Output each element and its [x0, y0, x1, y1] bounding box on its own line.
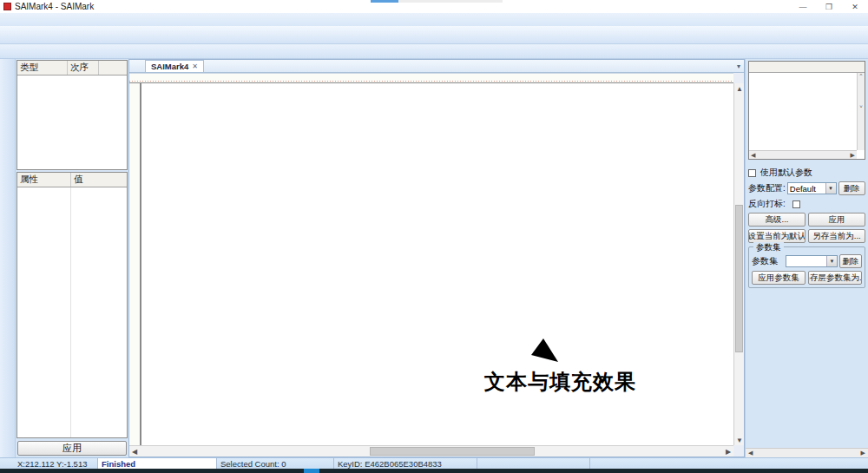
reverse-mark-row[interactable]: 反向打标:: [748, 198, 865, 210]
app-icon: [3, 3, 11, 10]
panel-hscrollbar[interactable]: ◀▶: [746, 448, 868, 457]
apply-param-set-button[interactable]: 应用参数集: [752, 271, 806, 285]
property-table[interactable]: 属性 值: [16, 172, 128, 438]
window-title: SAIMark4 - SAIMark: [15, 2, 94, 11]
status-state: Finished: [98, 458, 217, 469]
status-bar: X:212.112 Y:-1.513 Finished Selected Cou…: [0, 457, 868, 469]
param-config-label: 参数配置:: [748, 182, 786, 194]
status-coordinates: X:212.112 Y:-1.513: [0, 458, 98, 469]
use-default-row[interactable]: 使用默认参数: [748, 167, 865, 179]
scroll-right-icon[interactable]: ▶: [851, 152, 855, 159]
column-header-type: 类型: [17, 61, 68, 75]
canvas-vertical-scrollbar[interactable]: ▲ ▼: [733, 83, 744, 445]
close-button[interactable]: ✕: [842, 0, 868, 13]
apply-params-button[interactable]: 应用: [808, 213, 865, 227]
tab-scroll-icon[interactable]: ▾: [737, 62, 740, 70]
set-default-button[interactable]: 设置当前为默认: [748, 229, 806, 243]
drawing-canvas[interactable]: pp 数 字 文本与填充效果: [141, 83, 733, 445]
pen-parameter-panel: ^˅ ◀▶ 使用默认参数 参数配置: Default ▼ 删除 反向打标: 高级…: [745, 59, 868, 457]
reverse-mark-checkbox[interactable]: [792, 200, 800, 208]
column-header-value: 值: [71, 173, 127, 187]
scroll-up-icon[interactable]: ▲: [734, 83, 745, 94]
save-param-set-button[interactable]: 另存层参数集为....: [808, 271, 862, 285]
chevron-down-icon: ▼: [825, 183, 836, 194]
drawing-tool-strip: [0, 59, 16, 457]
pen-table-vscrollbar[interactable]: ^˅: [857, 73, 865, 150]
vertical-ruler[interactable]: [129, 83, 141, 445]
scroll-right-icon[interactable]: ▶: [723, 446, 733, 457]
scroll-left-icon[interactable]: ◀: [129, 446, 140, 457]
param-set-select[interactable]: ▼: [786, 255, 838, 267]
status-keyid: KeyID: E462B065E30B4833: [334, 458, 477, 469]
tab-close-icon[interactable]: ✕: [192, 62, 198, 70]
object-apply-button[interactable]: 应用: [17, 441, 127, 456]
document-tab-bar: SAIMark4 ✕ ▾: [129, 60, 744, 73]
delete-param-set-button[interactable]: 删除: [839, 254, 862, 268]
object-panel: 类型 次序 属性 值 应用: [16, 59, 128, 457]
mark-text-latin: pp: [151, 146, 423, 311]
mark-text-cn1: 数: [427, 159, 576, 308]
app-window: SAIMark4 - SAIMark — ❐ ✕ 类型 次序 属性 值 应用: [0, 0, 868, 473]
object-list-table[interactable]: 类型 次序: [16, 60, 128, 170]
minimize-button[interactable]: —: [790, 0, 816, 13]
menu-bar: [0, 13, 868, 26]
mark-object-text[interactable]: pp 数 字: [151, 146, 733, 311]
param-set-group: 参数集 参数集 ▼ 删除 应用参数集 另存层参数集为....: [748, 246, 865, 288]
document-tab[interactable]: SAIMark4 ✕: [145, 60, 204, 72]
workspace-boundary-line: [141, 83, 141, 445]
advanced-button[interactable]: 高级...: [748, 213, 806, 227]
canvas-area: SAIMark4 ✕ ▾ pp 数 字 文本与填充效果 ▲ ▼: [128, 59, 745, 457]
restore-button[interactable]: ❐: [816, 0, 842, 13]
delete-config-button[interactable]: 删除: [838, 181, 866, 195]
scroll-left-icon[interactable]: ◀: [748, 450, 753, 457]
scroll-right-icon[interactable]: ▶: [861, 450, 865, 457]
param-config-select[interactable]: Default ▼: [787, 182, 837, 194]
column-header-order: 次序: [68, 61, 99, 75]
main-toolbar: [0, 26, 868, 44]
save-current-button[interactable]: 另存当前为...: [808, 229, 865, 243]
transform-toolbar: [0, 44, 868, 59]
horizontal-ruler[interactable]: [129, 73, 733, 83]
scroll-left-icon[interactable]: ◀: [751, 152, 755, 159]
top-progress-bar: [371, 0, 503, 3]
canvas-horizontal-scrollbar[interactable]: ◀ ▶: [129, 445, 733, 457]
use-default-checkbox[interactable]: [748, 169, 756, 177]
pen-table-hscrollbar[interactable]: ◀▶: [749, 150, 857, 159]
scroll-down-icon[interactable]: ▼: [734, 435, 745, 445]
status-selected-count: Selected Count: 0: [217, 458, 334, 469]
pen-table[interactable]: ^˅ ◀▶: [748, 61, 865, 160]
chevron-down-icon: ▼: [826, 256, 837, 266]
mark-text-cn2: 字: [679, 159, 733, 308]
taskbar-edge: [0, 469, 868, 473]
column-header-property: 属性: [17, 173, 71, 187]
annotation-text[interactable]: 文本与填充效果: [484, 368, 636, 396]
